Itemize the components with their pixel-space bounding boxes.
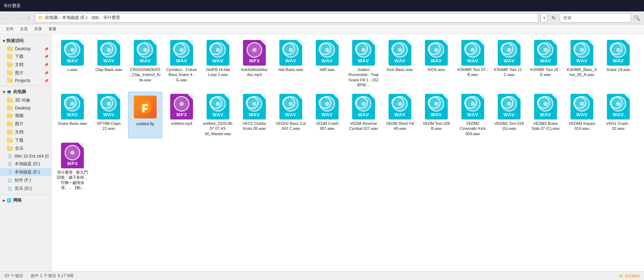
sidebar-item-documents[interactable]: 文档 xyxy=(0,128,51,136)
up-button[interactable]: ↑ xyxy=(24,14,33,22)
file-item[interactable]: WAV VEDM3 Brass Stab 07 (C).wav xyxy=(528,92,563,138)
wav-type-label: WAV xyxy=(212,112,224,117)
disc-inner xyxy=(543,102,548,106)
file-icon-wrapper: WAV xyxy=(605,94,631,119)
search-input[interactable] xyxy=(560,13,631,22)
sidebar-item-desktop[interactable]: Desktop xyxy=(0,105,51,112)
path-dropdown-button[interactable]: ▾ xyxy=(541,13,548,22)
sidebar-item-desktop-quick[interactable]: Desktop 📌 xyxy=(0,45,51,52)
file-item[interactable]: WAV KSHMR Tom 07 - B.wav xyxy=(456,38,490,90)
back-button[interactable]: ← xyxy=(3,14,11,22)
file-item[interactable]: WAV DeliFB Hi-Hat Loop 2.wav xyxy=(201,38,235,90)
sidebar-item-drive-g[interactable]: 💿 音乐 (G:) xyxy=(0,184,51,193)
file-item[interactable]: WAV VEDM Crash 007.wav xyxy=(310,92,344,138)
file-item[interactable]: WAV Hat Basic.wav xyxy=(274,38,308,90)
file-item[interactable]: untitled.flp xyxy=(128,92,162,138)
file-name: Snare 18.wav xyxy=(606,67,630,72)
folder-icon xyxy=(7,106,13,110)
file-item[interactable]: WAV Snare Basic.wav xyxy=(55,92,90,138)
sidebar-item-drive-e[interactable]: 💿 本地磁盘 (E:) xyxy=(0,168,51,176)
file-item[interactable]: WAV HAT.wav xyxy=(310,38,344,90)
disc-circle xyxy=(101,96,117,112)
forward-button[interactable]: → xyxy=(14,14,22,22)
file-item[interactable]: WAV untitled_2020-06-07 07-43-40_Master.… xyxy=(201,92,235,138)
file-item[interactable]: WAV KSHMR Tom 16 - E.wav xyxy=(528,38,563,90)
file-item[interactable]: WAV Clap Basic.wav xyxy=(92,38,126,90)
sidebar-item-drive-d[interactable]: 💿 本地磁盘 (D:) xyxy=(0,160,51,168)
disc-circle xyxy=(610,42,626,58)
file-item[interactable]: WAV Kick Basic.wav xyxy=(383,38,417,90)
sidebar-item-drive-c[interactable]: 💿 Win 10 Ent x64 (C xyxy=(0,153,51,160)
toolbar-file[interactable]: 文件 xyxy=(3,26,16,32)
file-item[interactable]: WAV KICK.wav xyxy=(419,38,453,90)
sidebar-divider-1 xyxy=(0,86,51,86)
file-grid: WAV c.wav WAV Clap Basic.wav xyxy=(55,38,640,192)
file-item[interactable]: WAV VEDM Tom 026 B.wav xyxy=(419,92,453,138)
refresh-button[interactable]: ↻ xyxy=(549,13,558,22)
file-name: Kick Basic.wav xyxy=(387,67,413,72)
disc-inner xyxy=(398,48,402,52)
file-item[interactable]: WAV Joakim Runnestad - Trap Snare Fill 1… xyxy=(346,38,381,90)
file-item[interactable]: WAV CROSSNADERS_Clap_Instinct_Killa.wav xyxy=(128,38,162,90)
sidebar-item-drive-f[interactable]: 💿 软件 (F:) xyxy=(0,176,51,184)
wav-type-label: WAV xyxy=(321,112,333,117)
file-item[interactable]: MP3 fcdcfxdfsdsfdsz dsz.mp3 xyxy=(237,38,272,90)
wav-file-icon: WAV xyxy=(279,94,302,119)
file-item[interactable]: WAV KSHMR_Bass_Shot_05_A.wav xyxy=(565,38,599,90)
sidebar-item-videos[interactable]: 视频 xyxy=(0,112,51,120)
path-part-3: 000 xyxy=(92,15,99,20)
search-button[interactable]: 🔍 xyxy=(633,14,641,22)
sidebar-item-3dobjects[interactable]: 3D 对象 xyxy=(0,96,51,105)
file-item[interactable]: WAV c.wav xyxy=(55,38,90,90)
disc-circle xyxy=(465,42,481,58)
sidebar-item-downloads-quick[interactable]: 下载 📌 xyxy=(0,52,51,61)
pc-label: 💻 xyxy=(6,90,12,95)
sidebar-item-projects-quick[interactable]: Projects 📌 xyxy=(0,77,51,84)
sidebar-item-documents-quick[interactable]: 文档 📌 xyxy=(0,61,51,69)
file-item[interactable]: WAV VEDM2 Cinematic Kick 003.wav xyxy=(456,92,490,138)
disc-circle xyxy=(392,42,408,58)
file-item[interactable]: WAV VEH1 Crash - 02.wav xyxy=(601,92,635,138)
file-item[interactable]: MP3 untitled.mp3 xyxy=(164,92,199,138)
disc-inner xyxy=(70,102,75,106)
file-name: fcdcfxdfsdsfdsz dsz.mp3 xyxy=(239,67,270,77)
file-icon-wrapper: WAV xyxy=(533,40,558,66)
file-item[interactable]: WAV VEDM2 Tom 018 (G).wav xyxy=(492,92,526,138)
title-text: 等什麼君 xyxy=(4,3,21,9)
file-name: SP79M Claps 21.wav xyxy=(93,121,125,131)
sidebar-item-music[interactable]: 音乐 xyxy=(0,144,51,153)
content-area: WAV c.wav WAV Clap Basic.wav xyxy=(52,34,644,271)
file-name: VEH1 Crash - 02.wav xyxy=(603,121,634,131)
sidebar-item-pictures-quick[interactable]: 图片 📌 xyxy=(0,69,51,77)
file-item[interactable]: WAV VEC5 Clubby Kicks 05.wav xyxy=(237,92,272,138)
flp-file-icon xyxy=(134,96,157,118)
file-name: VEDM3 Impact 019.wav xyxy=(566,121,598,131)
toolbar-view[interactable]: 查看 xyxy=(46,26,59,32)
wav-file-icon: WAV xyxy=(607,94,630,119)
file-item[interactable]: WAV VEDM Reverse Cymbal 027.wav xyxy=(346,92,381,138)
file-item[interactable]: WAV VEDM3 Impact 019.wav xyxy=(565,92,599,138)
file-item[interactable]: WAV Snare 18.wav xyxy=(601,38,635,90)
disc-circle xyxy=(319,42,335,58)
file-name: VEDM Tom 026 B.wav xyxy=(421,121,452,131)
file-item[interactable]: WAV KSHMR Tom 11 - C.wav xyxy=(492,38,526,90)
file-icon-wrapper: WAV xyxy=(460,40,486,66)
file-item[interactable]: WAV Cymatics - Future Bass Snare 4 - G.w… xyxy=(164,38,199,90)
toolbar-share[interactable]: 共享 xyxy=(31,26,45,32)
file-item[interactable]: WAV VEDM Short Fill 40.wav xyxy=(383,92,417,138)
sidebar-divider-2 xyxy=(0,194,51,194)
toolbar: 文件 主页 共享 查看 xyxy=(0,24,644,34)
file-icon-wrapper: WAV xyxy=(387,40,413,66)
sidebar-item-downloads[interactable]: 下载 xyxy=(0,136,51,144)
disc-circle xyxy=(538,42,553,58)
sidebar-item-pictures[interactable]: 图片 xyxy=(0,120,51,128)
disc-circle xyxy=(65,96,80,112)
wav-type-label: WAV xyxy=(321,58,333,63)
file-item[interactable]: WAV VEDH2 Bass Cut 043 C.wav xyxy=(274,92,308,138)
file-name: KSHMR Tom 11 - C.wav xyxy=(493,67,525,77)
toolbar-home[interactable]: 主页 xyxy=(17,26,31,32)
disc-inner xyxy=(398,102,402,106)
file-item[interactable]: WAV SP79M Claps 21.wav xyxy=(92,92,126,138)
file-item[interactable]: MP3 等什麼君 - 蔡九門回憶「歲子多秋，可憐一處情深害。」【動... xyxy=(55,141,90,192)
folder-icon xyxy=(7,63,13,67)
